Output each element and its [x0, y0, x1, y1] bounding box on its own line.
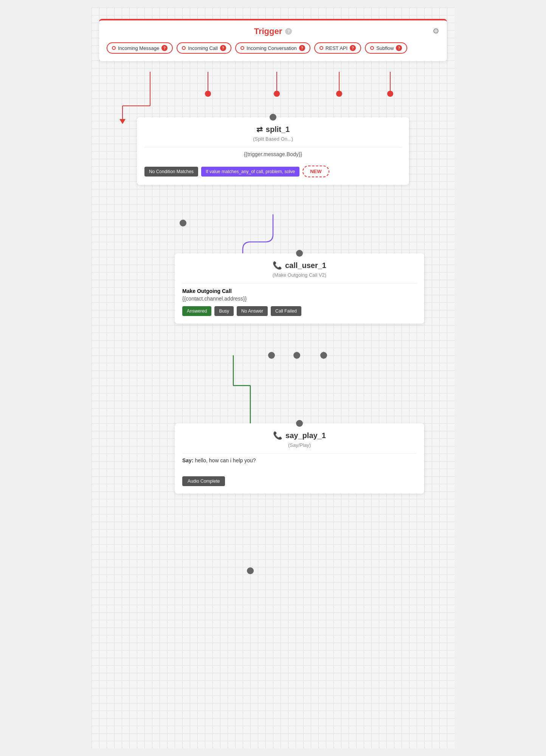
call-body: Make Outgoing Call {{contact.channel.add…	[182, 283, 417, 302]
say-subtitle: (Say/Play)	[182, 442, 417, 448]
tab-label-incoming-conversation: Incoming Conversation	[247, 45, 297, 51]
say-label: Say:	[182, 457, 194, 463]
tab-incoming-call[interactable]: Incoming Call ?	[177, 42, 231, 54]
tab-dot-incoming-conversation	[240, 46, 244, 50]
say-body: Say: hello, how can i help you?	[182, 453, 417, 467]
split-card: ⇄ split_1 (Split Based On...) {{trigger.…	[137, 117, 409, 185]
tab-label-incoming-message: Incoming Message	[118, 45, 159, 51]
tab-incoming-conversation[interactable]: Incoming Conversation ?	[235, 42, 310, 54]
help-icon-subflow[interactable]: ?	[396, 45, 402, 51]
trigger-title: Trigger ?	[254, 26, 292, 36]
tab-rest-api[interactable]: REST API ?	[314, 42, 361, 54]
svg-point-7	[274, 91, 280, 97]
answered-btn[interactable]: Answered	[182, 306, 211, 316]
trigger-card: Trigger ? ⚙ Incoming Message ? Incoming …	[99, 19, 447, 61]
split-title: ⇄ split_1	[144, 125, 402, 134]
svg-marker-3	[119, 119, 126, 124]
svg-point-9	[336, 91, 342, 97]
svg-point-20	[320, 352, 327, 359]
new-condition-btn[interactable]: NEW	[302, 166, 329, 177]
value-match-btn[interactable]: If value matches_any_of call, problem, s…	[201, 167, 299, 177]
audio-complete-btn[interactable]: Audio Complete	[182, 476, 225, 486]
trigger-label: Trigger	[254, 26, 282, 36]
tab-label-incoming-call: Incoming Call	[188, 45, 218, 51]
trigger-tabs: Incoming Message ? Incoming Call ? Incom…	[107, 42, 439, 54]
tab-subflow[interactable]: Subflow ?	[365, 42, 407, 54]
trigger-header: Trigger ? ⚙	[107, 26, 439, 36]
no-answer-btn[interactable]: No Answer	[237, 306, 268, 316]
split-body: {{trigger.message.Body}}	[144, 147, 402, 161]
gear-icon[interactable]: ⚙	[433, 26, 439, 36]
call-title: 📞 call_user_1	[182, 261, 417, 270]
tab-incoming-message[interactable]: Incoming Message ?	[107, 42, 173, 54]
split-subtitle: (Split Based On...)	[144, 136, 402, 142]
say-top-dot	[296, 420, 303, 427]
help-icon-incoming-message[interactable]: ?	[161, 45, 168, 51]
no-condition-btn[interactable]: No Condition Matches	[144, 167, 198, 177]
help-icon-incoming-call[interactable]: ?	[220, 45, 226, 51]
say-content: hello, how can i help you?	[195, 457, 256, 463]
svg-point-13	[180, 220, 186, 226]
split-icon: ⇄	[256, 125, 263, 134]
say-title: 📞 say_play_1	[182, 431, 417, 440]
call-card: 📞 call_user_1 (Make Outgoing Call V2) Ma…	[175, 253, 424, 324]
tab-dot-incoming-call	[182, 46, 186, 50]
make-call-label: Make Outgoing Call	[182, 288, 417, 294]
svg-point-18	[268, 352, 275, 359]
svg-point-11	[387, 91, 393, 97]
tab-dot-rest-api	[320, 46, 323, 50]
busy-btn[interactable]: Busy	[214, 306, 234, 316]
call-top-dot	[296, 250, 303, 257]
help-icon-rest-api[interactable]: ?	[350, 45, 356, 51]
call-subtitle: (Make Outgoing Call V2)	[182, 272, 417, 278]
svg-point-5	[205, 91, 211, 97]
phone-icon: 📞	[273, 261, 282, 270]
svg-point-21	[247, 567, 254, 574]
svg-point-19	[293, 352, 300, 359]
tab-dot-incoming-message	[112, 46, 116, 50]
tab-label-rest-api: REST API	[326, 45, 347, 51]
trigger-help-icon[interactable]: ?	[285, 28, 292, 35]
say-phone-icon: 📞	[273, 431, 282, 440]
tab-dot-subflow	[370, 46, 374, 50]
help-icon-incoming-conversation[interactable]: ?	[299, 45, 305, 51]
say-card: 📞 say_play_1 (Say/Play) Say: hello, how …	[175, 423, 424, 494]
call-address: {{contact.channel.address}}	[182, 296, 417, 302]
call-failed-btn[interactable]: Call Failed	[271, 306, 301, 316]
condition-buttons: No Condition Matches If value matches_an…	[144, 166, 402, 177]
call-buttons: Answered Busy No Answer Call Failed	[182, 306, 417, 316]
tab-label-subflow: Subflow	[376, 45, 394, 51]
audio-complete-container: Audio Complete	[182, 472, 417, 486]
split-top-dot	[270, 114, 276, 121]
